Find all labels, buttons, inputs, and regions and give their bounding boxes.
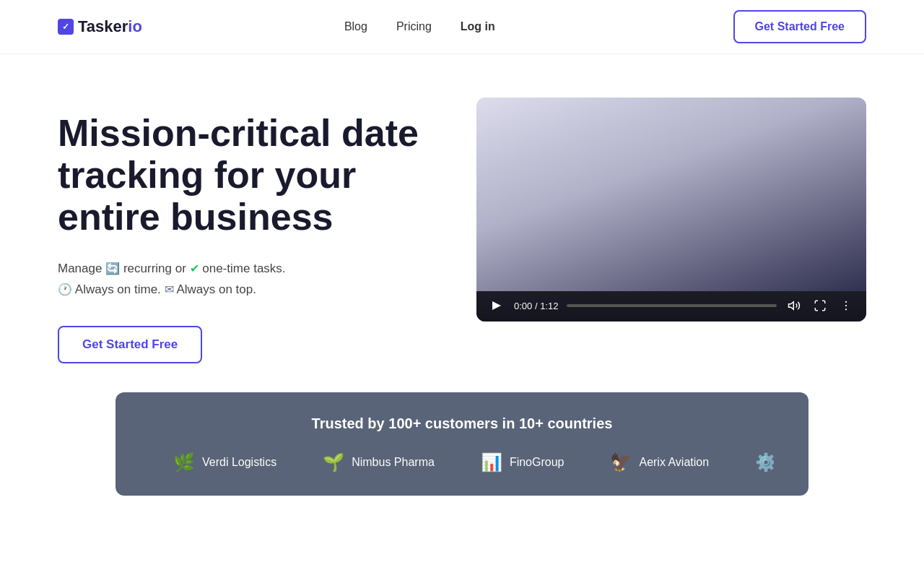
mute-icon (788, 299, 801, 312)
sub-line2: 🕐 Always on time. ✉ Always on top. (58, 282, 256, 296)
trusted-title: Trusted by 100+ customers in 10+ countri… (150, 415, 774, 432)
logos-row: 🌿 Verdi Logistics 🌱 Nimbus Pharma 📊 Fino… (150, 452, 774, 473)
video-play-button[interactable] (488, 297, 505, 314)
nav-blog-link[interactable]: Blog (344, 20, 367, 33)
more-icon (840, 299, 853, 312)
video-content-area (476, 98, 866, 291)
trusted-wrapper: Trusted by 100+ customers in 10+ countri… (0, 392, 924, 496)
logo-text: Taskerio (78, 17, 142, 36)
video-more-button[interactable] (837, 297, 855, 314)
logo-link[interactable]: ✓ Taskerio (58, 17, 142, 36)
logo-aerix: 🦅 Aerix Aviation (587, 452, 732, 473)
hero-section: Mission-critical date tracking for your … (0, 54, 924, 392)
video-progress-bar[interactable] (567, 304, 777, 307)
logo-verdi: 🌿 Verdi Logistics (150, 452, 300, 473)
verdi-name: Verdi Logistics (202, 456, 276, 469)
hero-subtext: Manage 🔄 recurring or ✔ one-time tasks. … (58, 259, 433, 301)
check-icon: ✔ (190, 259, 199, 278)
hero-heading: Mission-critical date tracking for your … (58, 112, 433, 238)
trusted-section: Trusted by 100+ customers in 10+ countri… (116, 392, 808, 496)
logo-icon: ✓ (58, 19, 74, 35)
video-mute-button[interactable] (785, 297, 803, 314)
nimbus-icon: 🌱 (323, 452, 344, 473)
fullscreen-icon (814, 299, 827, 312)
svg-marker-0 (789, 302, 794, 310)
nav-cta-button[interactable]: Get Started Free (733, 10, 866, 43)
logo-nimbus: 🌱 Nimbus Pharma (300, 452, 458, 473)
clock-icon: 🕐 (58, 280, 72, 299)
svg-point-3 (845, 309, 847, 310)
video-controls-bar: 0:00 / 1:12 (476, 291, 866, 322)
fino-name: FinoGroup (510, 456, 565, 469)
play-icon (492, 301, 501, 310)
sub-line1: Manage 🔄 recurring or ✔ one-time tasks. (58, 262, 286, 275)
fino-icon: 📊 (481, 452, 502, 473)
hero-left: Mission-critical date tracking for your … (58, 98, 433, 363)
recurring-icon: 🔄 (105, 259, 120, 278)
video-timestamp: 0:00 / 1:12 (514, 301, 558, 311)
nav-links: Blog Pricing Log in (344, 20, 495, 33)
omni-icon: ⚙️ (755, 452, 774, 473)
nav-pricing-link[interactable]: Pricing (396, 20, 432, 33)
aerix-name: Aerix Aviation (639, 456, 709, 469)
nav-login-link[interactable]: Log in (461, 20, 495, 33)
logo-finogroup: 📊 FinoGroup (458, 452, 588, 473)
logo-omni: ⚙️ OmniCra... (732, 452, 774, 473)
video-player: 0:00 / 1:12 (476, 98, 866, 322)
aerix-icon: 🦅 (610, 452, 632, 473)
video-fullscreen-button[interactable] (811, 297, 829, 314)
nimbus-name: Nimbus Pharma (352, 456, 435, 469)
navbar: ✓ Taskerio Blog Pricing Log in Get Start… (0, 0, 924, 54)
svg-point-1 (845, 301, 847, 303)
hero-cta-button[interactable]: Get Started Free (58, 326, 202, 363)
svg-point-2 (845, 305, 847, 306)
verdi-icon: 🌿 (173, 452, 195, 473)
envelope-icon: ✉ (165, 280, 174, 299)
